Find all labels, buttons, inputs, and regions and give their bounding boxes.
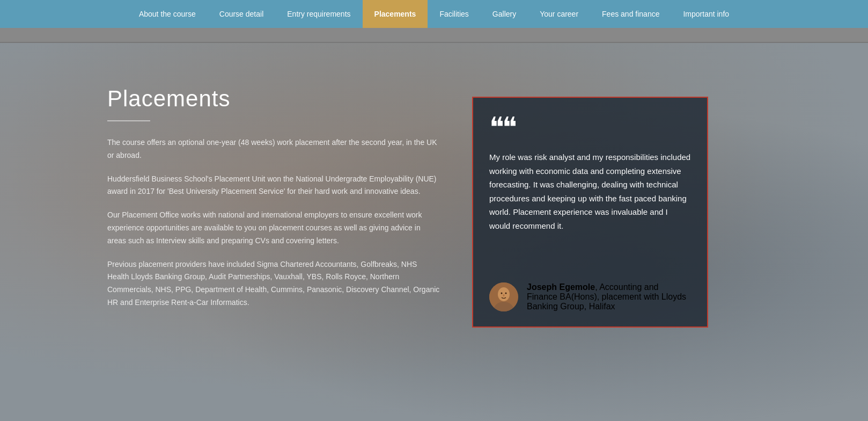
nav-item-your-career[interactable]: Your career bbox=[528, 0, 590, 28]
hero-content: Placements The course offers an optional… bbox=[0, 43, 868, 360]
nav-item-placements[interactable]: Placements bbox=[363, 0, 428, 28]
navigation-bar: About the course Course detail Entry req… bbox=[0, 0, 868, 28]
svg-point-3 bbox=[501, 293, 503, 294]
page-title: Placements bbox=[107, 86, 440, 112]
quote-card: ❝❝ My role was risk analyst and my respo… bbox=[472, 97, 708, 328]
nav-item-facilities[interactable]: Facilities bbox=[428, 0, 480, 28]
hero-left-panel: Placements The course offers an optional… bbox=[107, 86, 440, 320]
quote-author-name: Joseph Egemole, Accounting and Finance B… bbox=[527, 282, 691, 311]
svg-point-4 bbox=[505, 293, 507, 294]
hero-paragraph-4: Previous placement providers have includ… bbox=[107, 258, 440, 309]
svg-point-5 bbox=[503, 294, 505, 296]
nav-item-fees-and-finance[interactable]: Fees and finance bbox=[590, 0, 671, 28]
hero-paragraph-1: The course offers an optional one-year (… bbox=[107, 136, 440, 162]
nav-item-entry-requirements[interactable]: Entry requirements bbox=[275, 0, 362, 28]
nav-item-important-info[interactable]: Important info bbox=[671, 0, 741, 28]
avatar bbox=[489, 282, 518, 311]
title-divider bbox=[107, 120, 150, 121]
quote-body-text: My role was risk analyst and my responsi… bbox=[489, 150, 691, 270]
hero-section: Placements The course offers an optional… bbox=[0, 43, 868, 421]
nav-item-about[interactable]: About the course bbox=[127, 0, 208, 28]
quote-author-row: Joseph Egemole, Accounting and Finance B… bbox=[489, 282, 691, 311]
nav-item-course-detail[interactable]: Course detail bbox=[208, 0, 276, 28]
quote-author-info: Joseph Egemole, Accounting and Finance B… bbox=[527, 282, 691, 311]
hero-paragraph-2: Huddersfield Business School's Placement… bbox=[107, 173, 440, 199]
sub-navigation-bar bbox=[0, 28, 868, 43]
hero-paragraph-3: Our Placement Office works with national… bbox=[107, 209, 440, 247]
quote-open-marks: ❝❝ bbox=[489, 114, 691, 142]
nav-item-gallery[interactable]: Gallery bbox=[481, 0, 528, 28]
